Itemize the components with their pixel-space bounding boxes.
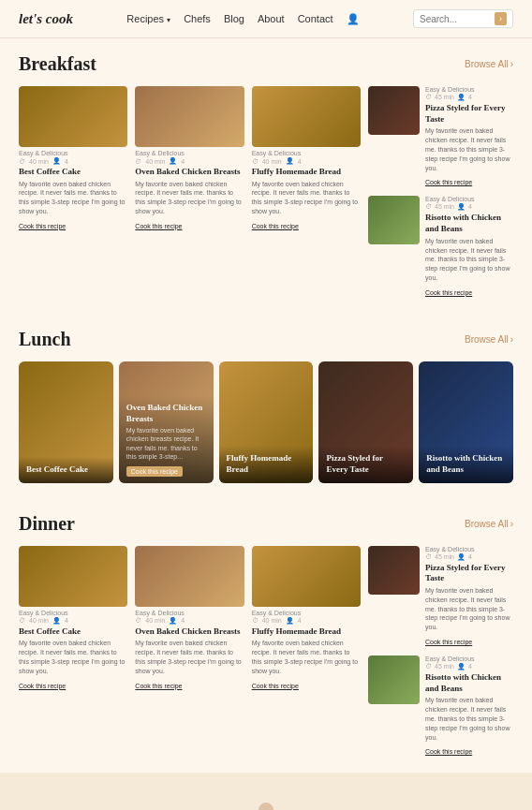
card-title: Best Coffee Cake <box>19 626 127 638</box>
card-title: Best Coffee Cake <box>19 167 127 178</box>
side-card-link[interactable]: Cook this recipe <box>425 639 472 645</box>
card-meta: ⏱40 min 👤4 <box>252 617 361 625</box>
side-card-1[interactable]: Easy & Delicious ⏱45 min 👤4 Risotto with… <box>368 655 513 758</box>
card-tag: Easy & Delicious <box>252 610 361 616</box>
card-desc: My favorite oven baked chicken recipe. I… <box>135 180 244 216</box>
navigation: let's cook breakfast Recipes ▾ Chefs Blo… <box>0 0 532 38</box>
side-card-meta: ⏱45 min 👤4 <box>425 663 513 670</box>
card-desc: My favorite oven baked chicken recipe. I… <box>19 180 127 216</box>
card-title: Fluffy Homemade Bread <box>252 626 361 638</box>
card-cook-link[interactable]: Cook this recipe <box>19 223 66 229</box>
person-icon: 👤 <box>286 157 294 165</box>
nav-recipes[interactable]: breakfast Recipes ▾ <box>126 13 170 24</box>
side-card-title: Pizza Styled for Every Taste <box>425 103 513 125</box>
lunch-section: Lunch Browse All › Best Coffee Cake Oven… <box>0 314 532 498</box>
overlay-card-title: Oven Baked Chicken Breasts <box>126 403 206 424</box>
nav-search-input[interactable] <box>420 14 495 24</box>
side-card-0[interactable]: Easy & Delicious ⏱45 min 👤4 Pizza Styled… <box>368 546 513 648</box>
card-tag: Easy & Delicious <box>19 610 127 616</box>
small-card-0[interactable]: Easy & Delicious ⏱40 min 👤4 Best Coffee … <box>19 86 127 299</box>
lunch-header: Lunch Browse All › <box>19 329 513 350</box>
overlay-card-1[interactable]: Oven Baked Chicken Breasts My favorite o… <box>119 361 214 483</box>
overlay-card-2[interactable]: Fluffy Homemade Bread <box>219 361 314 483</box>
small-card-0[interactable]: Easy & Delicious ⏱40 min 👤4 Best Coffee … <box>19 546 127 758</box>
side-card-0[interactable]: Easy & Delicious ⏱45 min 👤4 Pizza Styled… <box>368 86 513 188</box>
clock-icon: ⏱ <box>135 617 141 624</box>
breakfast-small-cards: Easy & Delicious ⏱40 min 👤4 Best Coffee … <box>19 86 361 299</box>
chevron-right-icon: › <box>510 519 513 529</box>
side-card-meta: ⏱45 min 👤4 <box>425 203 513 211</box>
clock-icon: ⏱ <box>252 617 259 624</box>
side-card-link[interactable]: Cook this recipe <box>425 748 472 755</box>
overlay-card-desc: My favorite oven baked chicken breasts r… <box>126 426 206 460</box>
dinner-header: Dinner Browse All › <box>19 513 513 535</box>
overlay-card-title: Pizza Styled for Every Taste <box>326 453 406 475</box>
card-meta: ⏱40 min 👤4 <box>19 157 127 165</box>
card-cook-link[interactable]: Cook this recipe <box>19 683 66 689</box>
card-title: Oven Baked Chicken Breasts <box>135 167 244 178</box>
clock-icon: ⏱ <box>425 553 432 561</box>
overlay-card-4[interactable]: Risotto with Chicken and Beans <box>419 361 513 483</box>
lunch-browse-all[interactable]: Browse All › <box>465 334 513 345</box>
card-desc: My favorite oven baked chicken recipe. I… <box>19 639 127 675</box>
small-card-1[interactable]: Easy & Delicious ⏱40 min 👤4 Oven Baked C… <box>135 86 244 299</box>
breakfast-cards-row: Easy & Delicious ⏱40 min 👤4 Best Coffee … <box>19 86 513 299</box>
side-card-tag: Easy & Delicious <box>425 655 513 662</box>
side-card-content: Easy & Delicious ⏱45 min 👤4 Pizza Styled… <box>425 546 513 648</box>
card-desc: My favorite oven baked chicken recipe. I… <box>135 639 244 675</box>
overlay-card-title: Fluffy Homemade Bread <box>227 453 306 475</box>
card-tag: Easy & Delicious <box>19 150 127 156</box>
nav-search-form: › <box>413 9 513 28</box>
side-card-link[interactable]: Cook this recipe <box>425 179 472 185</box>
nav-contact[interactable]: Contact <box>298 13 333 24</box>
breakfast-section: Breakfast Browse All › Easy & Delicious … <box>0 38 532 314</box>
clock-icon: ⏱ <box>425 203 432 211</box>
nav-links: breakfast Recipes ▾ Chefs Blog About Con… <box>126 13 359 25</box>
logo-text: let's cook <box>19 11 73 26</box>
person-icon: 👤 <box>457 203 466 211</box>
card-title: Oven Baked Chicken Breasts <box>135 626 244 638</box>
card-desc: My favorite oven baked chicken recipe. I… <box>252 180 361 216</box>
card-desc: My favorite oven baked chicken recipe. I… <box>252 639 361 675</box>
small-card-1[interactable]: Easy & Delicious ⏱40 min 👤4 Oven Baked C… <box>135 546 244 758</box>
small-card-2[interactable]: Easy & Delicious ⏱40 min 👤4 Fluffy Homem… <box>252 546 361 758</box>
card-meta: ⏱40 min 👤4 <box>19 617 127 625</box>
side-card-1[interactable]: Easy & Delicious ⏱45 min 👤4 Risotto with… <box>368 196 513 298</box>
overlay-card-0[interactable]: Best Coffee Cake <box>19 361 113 483</box>
small-card-2[interactable]: Easy & Delicious ⏱40 min 👤4 Fluffy Homem… <box>252 86 361 299</box>
clock-icon: ⏱ <box>19 617 25 624</box>
logo[interactable]: let's cook <box>19 11 73 27</box>
nav-chefs[interactable]: Chefs <box>184 13 211 24</box>
side-card-link[interactable]: Cook this recipe <box>425 289 472 296</box>
breakfast-browse-all[interactable]: Browse All › <box>465 59 513 69</box>
decorative-leaf-icon <box>257 801 275 810</box>
card-cook-link[interactable]: Cook this recipe <box>135 683 182 689</box>
chevron-right-icon: › <box>510 334 513 345</box>
person-icon: 👤 <box>169 617 177 625</box>
card-title: Fluffy Homemade Bread <box>252 167 361 178</box>
overlay-card-3[interactable]: Pizza Styled for Every Taste <box>318 361 413 483</box>
nav-blog[interactable]: Blog <box>224 13 244 24</box>
dinner-cards-row: Easy & Delicious ⏱40 min 👤4 Best Coffee … <box>19 546 513 758</box>
card-cook-link[interactable]: Cook this recipe <box>135 223 182 229</box>
side-card-desc: My favorite oven baked chicken recipe. I… <box>425 586 513 632</box>
breakfast-title: Breakfast <box>19 53 96 75</box>
clock-icon: ⏱ <box>252 158 259 165</box>
card-tag: Easy & Delicious <box>252 150 361 156</box>
clock-icon: ⏱ <box>425 663 432 670</box>
footer-cta: Looking for something special? Search ..… <box>0 773 532 810</box>
lunch-title: Lunch <box>19 329 71 350</box>
card-meta: ⏱40 min 👤4 <box>135 617 244 625</box>
dinner-title: Dinner <box>19 513 75 535</box>
overlay-cook-btn[interactable]: Cook this recipe <box>126 466 183 477</box>
clock-icon: ⏱ <box>425 94 432 101</box>
dinner-browse-all[interactable]: Browse All › <box>465 519 513 529</box>
breakfast-side-cards: Easy & Delicious ⏱45 min 👤4 Pizza Styled… <box>368 86 513 299</box>
nav-about[interactable]: About <box>258 13 285 24</box>
card-cook-link[interactable]: Cook this recipe <box>252 683 299 689</box>
clock-icon: ⏱ <box>19 158 25 165</box>
nav-search-button[interactable]: › <box>495 12 507 25</box>
card-cook-link[interactable]: Cook this recipe <box>252 223 299 229</box>
side-card-desc: My favorite oven baked chicken recipe. I… <box>425 696 513 742</box>
user-icon[interactable]: 👤 <box>347 13 360 25</box>
